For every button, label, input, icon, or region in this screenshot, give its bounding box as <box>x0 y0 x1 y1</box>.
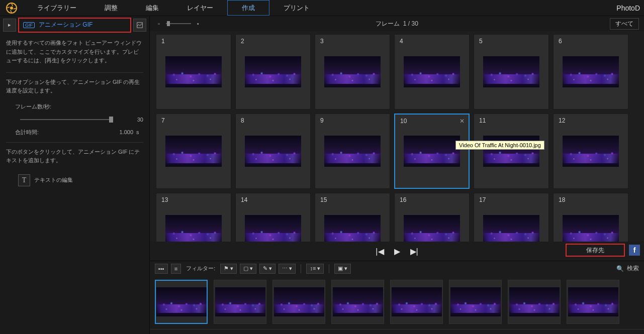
thumbnail-image <box>274 287 324 316</box>
mode-animation-gif[interactable]: GIF アニメーション GIF <box>18 18 131 33</box>
filmstrip-thumbnail[interactable] <box>155 280 208 324</box>
frame-cell[interactable]: 5 <box>474 34 549 109</box>
fps-value: 30 <box>118 116 143 125</box>
mode-prev-icon[interactable]: ▸ <box>3 19 16 32</box>
frame-number: 9 <box>320 117 324 124</box>
frame-thumbnail <box>404 56 460 87</box>
frame-cell[interactable]: 15 <box>315 193 390 242</box>
frame-cell[interactable]: 7 <box>156 114 231 189</box>
thumb-size-slider[interactable] <box>166 23 191 24</box>
top-nav: ライブラリー 調整 編集 レイヤー 作成 プリント <box>23 0 324 16</box>
nav-edit[interactable]: 編集 <box>132 0 173 16</box>
thumbnail-image <box>509 287 560 316</box>
frame-cell[interactable]: 4 <box>394 34 470 109</box>
select-all-button[interactable]: すべて <box>610 18 639 30</box>
help-text-1: 使用するすべての画像をフォト ビューアー ウィンドウに追加して、ここでカスタマイ… <box>6 39 143 65</box>
sort-button[interactable]: ↕≡ ▾ <box>306 264 324 274</box>
frame-toolbar: ▫ ▪ フレーム 1 / 30 すべて <box>150 16 644 31</box>
slider-knob[interactable] <box>109 117 113 123</box>
frame-cell[interactable]: 10✕Video Of Traffic At Night-0010.jpg <box>394 114 470 189</box>
thumbnail-image <box>215 287 265 316</box>
mode-selector-row: ▸ GIF アニメーション GIF <box>0 16 149 34</box>
filmstrip <box>150 276 644 329</box>
frame-number: 7 <box>161 117 165 124</box>
facebook-share-button[interactable]: f <box>629 245 640 256</box>
filmstrip-thumbnail[interactable] <box>390 280 443 324</box>
help-text-2: 下のオプションを使って、アニメーション GIF の再生速度を設定します。 <box>6 78 143 95</box>
close-icon[interactable]: ✕ <box>459 118 465 125</box>
filter-flag-button[interactable]: ⚑ ▾ <box>220 264 237 274</box>
sidebar: ▸ GIF アニメーション GIF 使用するすべての画像をフォト ビューアー ウ… <box>0 16 150 334</box>
frame-number: 13 <box>161 196 168 203</box>
frame-number: 5 <box>479 38 483 45</box>
filmstrip-thumbnail[interactable] <box>214 280 266 324</box>
thumbnail-image <box>156 287 207 316</box>
frame-cell[interactable]: 2 <box>235 34 311 109</box>
text-edit-button[interactable]: T テキストの編集 <box>15 172 76 188</box>
frame-thumbnail <box>165 56 222 87</box>
thumbnail-image <box>333 287 383 316</box>
total-time-unit: s <box>136 128 143 137</box>
first-frame-button[interactable]: |◀ <box>376 247 384 256</box>
mode-next-icon[interactable] <box>133 19 146 32</box>
top-bar: ライブラリー 調整 編集 レイヤー 作成 プリント PhotoD <box>0 0 644 16</box>
search-button[interactable]: 🔍 検索 <box>616 264 639 273</box>
frame-cell[interactable]: 8 <box>235 114 311 189</box>
frame-cell[interactable]: 11 <box>474 114 549 189</box>
fps-label: フレーム数/秒: <box>15 102 51 112</box>
mode-label: アニメーション GIF <box>39 21 93 29</box>
play-button[interactable]: ▶ <box>394 247 400 256</box>
nav-layer[interactable]: レイヤー <box>173 0 227 16</box>
stack-button[interactable]: ▣ ▾ <box>334 264 351 274</box>
frame-grid: 12345678910✕Video Of Traffic At Night-00… <box>150 31 644 242</box>
frame-cell[interactable]: 9 <box>315 114 390 189</box>
zoom-small-icon[interactable]: ▫ <box>155 20 163 28</box>
frame-number: 3 <box>320 38 324 45</box>
frame-cell[interactable]: 18 <box>553 193 628 242</box>
nav-print[interactable]: プリント <box>269 0 324 16</box>
frame-number: 12 <box>559 117 565 124</box>
frame-cell[interactable]: 12 <box>553 114 628 189</box>
gif-badge-icon: GIF <box>23 22 35 28</box>
frame-number: 18 <box>559 196 565 203</box>
frame-number: 1 <box>161 38 165 45</box>
frame-cell[interactable]: 17 <box>474 193 549 242</box>
frame-cell[interactable]: 1 <box>156 34 231 109</box>
filmstrip-thumbnail[interactable] <box>508 280 561 324</box>
filter-label-button[interactable]: ▢ ▾ <box>240 264 256 274</box>
thumbnail-image <box>450 287 501 316</box>
nav-adjust[interactable]: 調整 <box>90 0 132 16</box>
frame-cell[interactable]: 14 <box>235 193 311 242</box>
frame-number: 4 <box>400 38 403 45</box>
view-grid-button[interactable]: ▪▪▪ <box>155 264 168 274</box>
thumbnail-image <box>392 287 442 316</box>
filter-bar: ▪▪▪ ≡ フィルター: ⚑ ▾ ▢ ▾ ✎ ▾ ⋯ ▾ ↕≡ ▾ ▣ ▾ 🔍 … <box>150 261 644 276</box>
view-list-button[interactable]: ≡ <box>171 264 181 274</box>
frame-number: 6 <box>559 38 562 45</box>
frame-cell[interactable]: 13 <box>156 193 231 242</box>
save-destination-button[interactable]: 保存先 <box>566 244 625 257</box>
frame-thumbnail <box>245 136 301 167</box>
frame-cell[interactable]: 3 <box>315 34 390 109</box>
nav-create[interactable]: 作成 <box>227 0 269 16</box>
frame-thumbnail <box>245 56 301 87</box>
filmstrip-thumbnail[interactable] <box>449 280 502 324</box>
main-area: ▫ ▪ フレーム 1 / 30 すべて 12345678910✕Video Of… <box>150 16 644 334</box>
frame-cell[interactable]: 16 <box>394 193 470 242</box>
zoom-large-icon[interactable]: ▪ <box>194 20 202 28</box>
nav-library[interactable]: ライブラリー <box>23 0 90 16</box>
frame-number: 14 <box>241 196 247 203</box>
fps-slider[interactable] <box>20 119 113 120</box>
frame-thumbnail <box>324 136 381 167</box>
last-frame-button[interactable]: ▶| <box>410 247 418 256</box>
frame-number: 8 <box>241 117 244 124</box>
filter-more-button[interactable]: ⋯ ▾ <box>279 264 296 274</box>
filmstrip-thumbnail[interactable] <box>567 280 619 324</box>
search-icon: 🔍 <box>616 265 624 272</box>
frame-cell[interactable]: 6 <box>553 34 628 109</box>
filter-brush-button[interactable]: ✎ ▾ <box>259 264 275 274</box>
frame-thumbnail <box>563 136 619 167</box>
filmstrip-thumbnail[interactable] <box>331 280 384 324</box>
playback-bar: |◀ ▶ ▶| 保存先 f <box>150 242 644 261</box>
filmstrip-thumbnail[interactable] <box>272 280 325 324</box>
